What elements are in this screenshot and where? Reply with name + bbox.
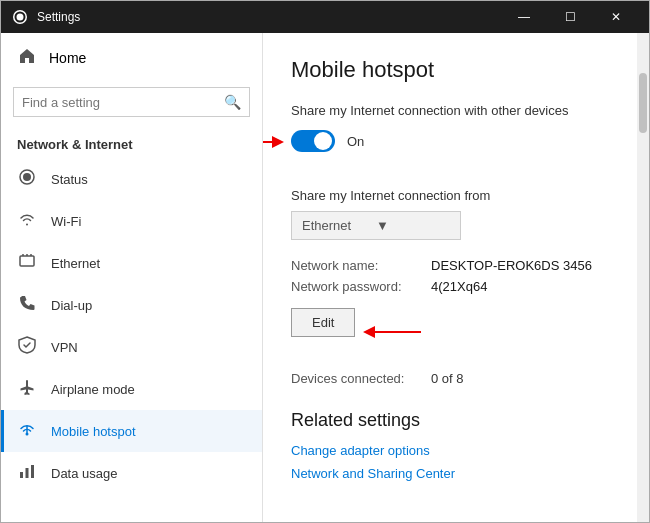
sidebar-section-label: Network & Internet (1, 129, 262, 158)
datausage-icon (17, 462, 37, 484)
sidebar-item-hotspot[interactable]: Mobile hotspot (1, 410, 262, 452)
ethernet-icon (17, 252, 37, 274)
devices-connected-label: Devices connected: (291, 371, 431, 386)
hotspot-icon (17, 420, 37, 442)
main-content: Home 🔍 Network & Internet Status (1, 33, 649, 522)
arrow-annotation-toggle (263, 128, 286, 156)
dialup-icon (17, 294, 37, 316)
window-controls: — ☐ ✕ (501, 1, 639, 33)
vpn-icon (17, 336, 37, 358)
chevron-down-icon: ▼ (376, 218, 450, 233)
sidebar-item-datausage-label: Data usage (51, 466, 118, 481)
sidebar-item-dialup[interactable]: Dial-up (1, 284, 262, 326)
scrollbar-track[interactable] (637, 33, 649, 522)
scrollbar-thumb[interactable] (639, 73, 647, 133)
edit-button[interactable]: Edit (291, 308, 355, 337)
sidebar-item-airplane[interactable]: Airplane mode (1, 368, 262, 410)
arrow-annotation-edit (361, 318, 426, 346)
sidebar-item-wifi[interactable]: Wi-Fi (1, 200, 262, 242)
related-settings-title: Related settings (291, 410, 609, 431)
sidebar-item-home[interactable]: Home (1, 33, 262, 83)
main-panel: Mobile hotspot Share my Internet connect… (263, 33, 637, 522)
sidebar-item-ethernet[interactable]: Ethernet (1, 242, 262, 284)
maximize-button[interactable]: ☐ (547, 1, 593, 33)
sidebar-item-hotspot-label: Mobile hotspot (51, 424, 136, 439)
network-password-row: Network password: 4(21Xq64 (291, 279, 609, 294)
window-title: Settings (37, 10, 501, 24)
sidebar-item-vpn-label: VPN (51, 340, 78, 355)
svg-rect-2 (20, 256, 34, 266)
devices-connected-row: Devices connected: 0 of 8 (291, 371, 609, 386)
sidebar-item-airplane-label: Airplane mode (51, 382, 135, 397)
airplane-icon (17, 378, 37, 400)
share-description: Share my Internet connection with other … (291, 103, 609, 118)
svg-point-0 (23, 173, 31, 181)
search-input[interactable] (22, 95, 224, 110)
titlebar: Settings — ☐ ✕ (1, 1, 649, 33)
network-password-value: 4(21Xq64 (431, 279, 487, 294)
svg-rect-10 (31, 465, 34, 478)
share-from-label: Share my Internet connection from (291, 188, 609, 203)
network-name-row: Network name: DESKTOP-EROK6DS 3456 (291, 258, 609, 273)
minimize-button[interactable]: — (501, 1, 547, 33)
home-icon (17, 47, 37, 69)
settings-window: Settings — ☐ ✕ Home 🔍 (0, 0, 650, 523)
page-title: Mobile hotspot (291, 57, 609, 83)
search-box[interactable]: 🔍 (13, 87, 250, 117)
network-info: Network name: DESKTOP-EROK6DS 3456 Netwo… (291, 258, 609, 294)
change-adapter-options-link[interactable]: Change adapter options (291, 443, 609, 458)
sidebar-item-dialup-label: Dial-up (51, 298, 92, 313)
network-sharing-center-link[interactable]: Network and Sharing Center (291, 466, 609, 481)
devices-connected-value: 0 of 8 (431, 371, 464, 386)
status-icon (17, 168, 37, 190)
dropdown-value: Ethernet (302, 218, 376, 233)
toggle-switch[interactable] (291, 130, 335, 152)
network-name-label: Network name: (291, 258, 431, 273)
sidebar-item-status-label: Status (51, 172, 88, 187)
network-password-label: Network password: (291, 279, 431, 294)
home-label: Home (49, 50, 86, 66)
sidebar: Home 🔍 Network & Internet Status (1, 33, 263, 522)
toggle-row: On (291, 130, 364, 152)
toggle-label: On (347, 134, 364, 149)
sidebar-item-status[interactable]: Status (1, 158, 262, 200)
svg-rect-9 (26, 468, 29, 478)
app-icon (11, 8, 29, 26)
network-name-value: DESKTOP-EROK6DS 3456 (431, 258, 592, 273)
search-icon[interactable]: 🔍 (224, 94, 241, 110)
close-button[interactable]: ✕ (593, 1, 639, 33)
sidebar-item-wifi-label: Wi-Fi (51, 214, 81, 229)
svg-rect-8 (20, 472, 23, 478)
sidebar-item-ethernet-label: Ethernet (51, 256, 100, 271)
connection-source-dropdown[interactable]: Ethernet ▼ (291, 211, 461, 240)
sidebar-item-vpn[interactable]: VPN (1, 326, 262, 368)
sidebar-item-datausage[interactable]: Data usage (1, 452, 262, 494)
wifi-icon (17, 210, 37, 232)
